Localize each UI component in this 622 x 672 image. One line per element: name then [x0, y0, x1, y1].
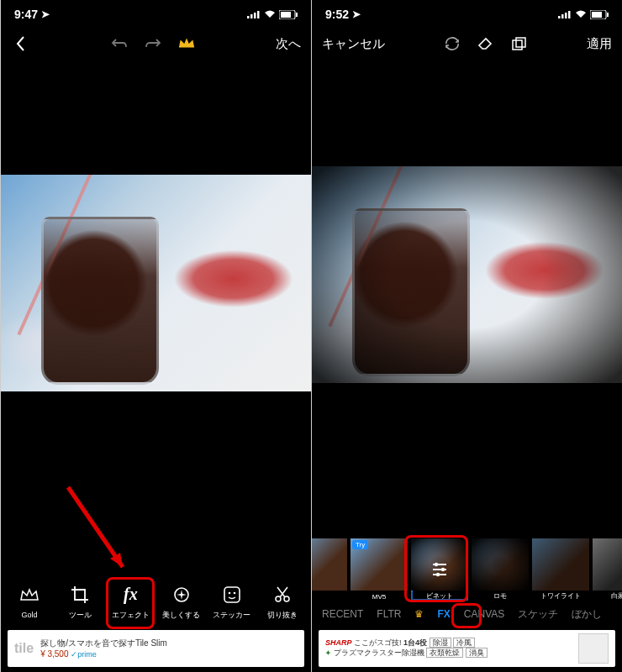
tool-sticker[interactable]: ステッカー — [208, 583, 256, 621]
cat-sketch[interactable]: スケッチ — [518, 607, 558, 622]
next-button[interactable]: 次へ — [276, 36, 301, 52]
svg-rect-13 — [558, 16, 561, 18]
tool-cutout[interactable]: 切り抜き — [258, 583, 307, 621]
image-canvas[interactable] — [312, 166, 622, 383]
ad-tag: 衣類乾燥 — [426, 648, 463, 658]
cat-recent[interactable]: RECENT — [322, 608, 363, 620]
cat-crown[interactable]: ♛ — [414, 608, 424, 620]
ad-price: ¥ 3,500 — [40, 649, 68, 659]
refresh-icon[interactable] — [443, 34, 461, 53]
fx-thumb-selected[interactable]: ビネット — [411, 538, 468, 601]
location-icon: ➤ — [41, 8, 50, 20]
tool-label: Gold — [22, 611, 38, 619]
svg-rect-2 — [254, 13, 256, 18]
tool-row: Gold ツール fx エフェクト 美しくする ステッカー 切り抜き — [1, 577, 311, 626]
cat-fx[interactable]: FX — [437, 608, 450, 620]
redo-icon[interactable] — [144, 34, 162, 53]
ad-title: 探し物/スマホを音で探すTile Slim — [40, 638, 298, 648]
try-badge: Try — [352, 540, 368, 549]
phone-right: 9:52 ➤ キャンセル 適用 Try Try MV5 — [311, 0, 622, 672]
fx-thumb[interactable]: ロモ — [472, 538, 529, 601]
svg-rect-8 — [224, 587, 240, 602]
ad-brand: SHARP — [325, 638, 352, 647]
svg-rect-20 — [513, 40, 522, 50]
ad-headline: 1台4役 — [403, 638, 427, 647]
svg-rect-6 — [296, 13, 298, 17]
status-bar: 9:52 ➤ — [312, 0, 622, 29]
ad-prime: ✓prime — [71, 650, 97, 659]
status-time: 9:52 — [325, 8, 349, 21]
fx-name: MV5 — [351, 593, 408, 601]
fx-thumb[interactable]: 白黒ク — [593, 538, 622, 601]
effects-strip: Try Try MV5 ビネット ロモ トワイライト 白黒ク — [312, 538, 622, 601]
fx-thumb[interactable]: Try MV5 — [351, 538, 408, 601]
status-bar: 9:47 ➤ — [1, 0, 311, 29]
cat-canvas[interactable]: CANVAS — [464, 608, 504, 620]
crop-icon — [68, 583, 92, 606]
ad-tagline: ここがスゴ技! — [354, 638, 402, 647]
tool-label: 美しくする — [162, 610, 200, 621]
fx-thumb[interactable]: トワイライト — [532, 538, 589, 601]
status-icons — [247, 10, 298, 19]
svg-rect-3 — [257, 11, 260, 18]
layers-icon[interactable] — [510, 34, 529, 53]
fx-name: トワイライト — [532, 591, 589, 601]
svg-rect-21 — [516, 38, 525, 47]
apply-button[interactable]: 適用 — [587, 36, 612, 52]
category-tabs: RECENT FLTR ♛ FX CANVAS スケッチ ぼかし — [312, 602, 622, 626]
ad-emblem: ✦ — [325, 649, 331, 657]
tool-label: 切り抜き — [267, 610, 298, 621]
svg-rect-0 — [247, 16, 250, 18]
fx-name: ビネット — [411, 591, 468, 601]
svg-rect-19 — [607, 13, 609, 17]
svg-point-9 — [228, 591, 230, 594]
status-icons — [558, 10, 609, 19]
svg-rect-5 — [281, 12, 291, 18]
cat-blur[interactable]: ぼかし — [572, 607, 602, 622]
fx-name: ロモ — [472, 591, 529, 601]
crown-icon[interactable] — [177, 34, 196, 53]
svg-rect-1 — [250, 14, 253, 18]
svg-rect-18 — [592, 12, 602, 18]
svg-point-24 — [436, 573, 440, 576]
svg-point-23 — [441, 568, 445, 571]
tool-gold[interactable]: Gold — [5, 584, 54, 619]
tool-label: ステッカー — [213, 610, 250, 621]
sliders-icon — [430, 559, 450, 580]
svg-rect-14 — [561, 14, 564, 18]
arrow-annotation — [60, 479, 135, 580]
scissors-icon — [271, 583, 294, 606]
ad-logo: tile — [14, 641, 34, 656]
status-time: 9:47 — [14, 8, 38, 21]
sparkle-icon — [170, 583, 193, 606]
fx-name: 白黒ク — [593, 591, 622, 601]
tool-label: エフェクト — [112, 610, 150, 621]
ad-tag: 冷風 — [453, 638, 475, 648]
ad-banner[interactable]: SHARP ここがスゴ技! 1台4役 除湿 冷風 ✦ プラズマクラスター除湿機 … — [319, 630, 615, 667]
tool-label: ツール — [69, 610, 92, 621]
tool-tools[interactable]: ツール — [55, 583, 104, 621]
ad-sub: プラズマクラスター除湿機 — [334, 648, 424, 657]
tool-effects[interactable]: fx エフェクト — [106, 583, 155, 621]
back-icon[interactable] — [11, 34, 29, 53]
svg-point-22 — [435, 563, 438, 566]
top-toolbar: キャンセル 適用 — [312, 29, 622, 59]
svg-rect-16 — [568, 11, 571, 18]
fx-thumb[interactable]: Try — [312, 538, 347, 601]
eraser-icon[interactable] — [477, 34, 495, 53]
ad-body: 探し物/スマホを音で探すTile Slim ¥ 3,500 ✓prime — [40, 638, 298, 660]
ad-tag: 除湿 — [430, 638, 451, 648]
tool-beautify[interactable]: 美しくする — [157, 583, 206, 621]
cancel-button[interactable]: キャンセル — [322, 36, 385, 52]
image-canvas[interactable] — [1, 175, 311, 391]
ad-banner[interactable]: tile 探し物/スマホを音で探すTile Slim ¥ 3,500 ✓prim… — [8, 630, 304, 667]
undo-icon[interactable] — [110, 34, 129, 53]
svg-point-10 — [233, 591, 235, 594]
top-toolbar: 次へ — [1, 29, 311, 59]
smiley-icon — [220, 583, 244, 606]
ad-thumb — [578, 633, 609, 664]
phone-left: 9:47 ➤ 次へ Gold — [0, 0, 311, 672]
cat-fltr[interactable]: FLTR — [377, 608, 401, 620]
fx-icon: fx — [119, 583, 142, 606]
ad-tag: 消臭 — [466, 648, 488, 658]
